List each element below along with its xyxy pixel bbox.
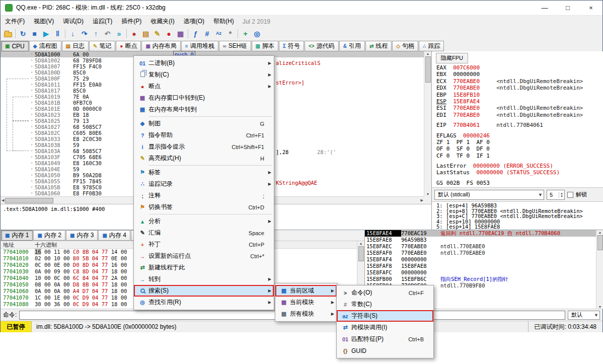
scroll-down-icon[interactable]: ▼ bbox=[426, 192, 430, 196]
register-row[interactable]: EFLAGS 00000246 bbox=[436, 132, 602, 139]
menubar-item-help[interactable]: 帮助(H) bbox=[209, 16, 239, 27]
register-value[interactable]: 15E8FAE4 bbox=[453, 98, 480, 105]
scroll-down-icon[interactable]: ▼ bbox=[598, 305, 602, 309]
argument-row[interactable]: 1: [esp+4] 96A59BB3 bbox=[436, 203, 583, 208]
stop-debug-button[interactable]: ■ bbox=[29, 28, 40, 39]
menu-item-comment[interactable]: ;注释; bbox=[134, 190, 274, 201]
menu-item-guid[interactable]: {}GUID bbox=[337, 345, 433, 356]
register-row[interactable]: EDX 770EABE0 <ntdll.DbgUiRemoteBreakin> bbox=[436, 85, 602, 91]
menu-item-breakpoint[interactable]: ●断点▶ bbox=[134, 81, 274, 92]
menu-item-toggle-bookmark[interactable]: ⚑切换书签Ctrl+D bbox=[134, 201, 274, 213]
execute-till-return-button[interactable]: ↑ bbox=[90, 28, 102, 39]
tab-call-stack[interactable]: ≡调用堆栈 bbox=[181, 41, 218, 51]
menu-item-goto-memory-window[interactable]: ▦在内存窗口中转到(E) bbox=[134, 92, 274, 104]
tab-dump-4[interactable]: ▦内存 4 bbox=[98, 230, 130, 241]
pause-button[interactable]: ‖ bbox=[52, 28, 63, 39]
register-row[interactable]: ESI 770EABE0 <ntdll.DbgUiRemoteBreakin> bbox=[436, 105, 602, 111]
scroll-thumb[interactable] bbox=[597, 235, 603, 250]
memory-map-window-button[interactable]: ▦ bbox=[175, 28, 186, 39]
menu-item-copy[interactable]: 复制(C)▶ bbox=[134, 69, 274, 81]
calling-convention-select[interactable]: 默认 (stdcall) ▼ bbox=[434, 190, 544, 200]
tab-threads[interactable]: ⇄线程 bbox=[365, 41, 392, 51]
open-file-button[interactable] bbox=[2, 28, 14, 39]
settings-button[interactable]: * bbox=[224, 28, 236, 39]
register-row[interactable] bbox=[436, 159, 602, 163]
register-value[interactable]: 00000000 (STATUS_SUCCESS) bbox=[476, 169, 560, 176]
tab-cpu[interactable]: ▣CPU bbox=[1, 41, 29, 51]
register-value[interactable]: 770EABE0 bbox=[453, 78, 480, 85]
tab-log[interactable]: ▤日志 bbox=[62, 41, 89, 51]
command-language-select[interactable]: 默认 ▼ bbox=[568, 311, 600, 320]
register-value[interactable]: 15E8FB10 bbox=[453, 92, 480, 98]
register-value[interactable]: 007C6000 bbox=[453, 64, 480, 71]
log-window-button[interactable]: ▤ bbox=[140, 28, 152, 39]
menu-item-current-region[interactable]: ▦当前区域▶ bbox=[275, 285, 337, 297]
scroll-thumb[interactable] bbox=[5, 198, 53, 203]
menu-item-show-mnemonic-brief[interactable]: i显示指令提示Ctrl+Shift+F1 bbox=[134, 141, 274, 153]
tab-memory-map[interactable]: ▦内存布局 bbox=[141, 41, 180, 51]
menu-item-current-module[interactable]: ▦当前模块▶ bbox=[275, 297, 337, 308]
menu-item-set-new-origin[interactable]: →设置新的运行点Ctrl+* bbox=[134, 250, 274, 262]
stack-vscrollbar[interactable]: ▲ ▼ bbox=[596, 230, 603, 309]
register-row[interactable]: LastStatus 00000000 (STATUS_SUCCESS) bbox=[436, 169, 602, 176]
menu-item-pattern[interactable]: 01匹配特征(P)Ctrl+B bbox=[337, 333, 433, 345]
menu-item-intermodular-calls[interactable]: ⇄跨模块调用(I) bbox=[337, 322, 433, 333]
animate-into-button[interactable]: » bbox=[113, 28, 125, 39]
close-button[interactable]: × bbox=[579, 1, 602, 15]
menubar-item-options[interactable]: 选项(O) bbox=[179, 16, 209, 27]
scroll-up-icon[interactable]: ▲ bbox=[426, 52, 430, 55]
tab-source[interactable]: <>源代码 bbox=[305, 41, 339, 51]
tab-notes[interactable]: ✎笔记 bbox=[89, 41, 115, 51]
stack-row[interactable]: 15E8FAEC770EABE0ntdll.770EABE0 bbox=[365, 243, 603, 250]
tab-symbols[interactable]: Σ符号 bbox=[279, 41, 304, 51]
menubar-item-trace[interactable]: 追踪(T) bbox=[88, 16, 117, 27]
register-row[interactable]: EBP 15E8FB10 bbox=[436, 92, 602, 98]
menu-item-binary[interactable]: 01二进制(B)▶ bbox=[134, 57, 274, 69]
stack-row[interactable]: 15E8FAF400000000 bbox=[365, 256, 603, 263]
register-row[interactable]: EAX 007C6000 bbox=[436, 64, 602, 71]
menubar-item-debug[interactable]: 调试(D) bbox=[58, 16, 88, 27]
menu-item-goto-memory-map[interactable]: ▦在内存布局中转到 bbox=[134, 104, 274, 115]
register-value[interactable]: 00000000 bbox=[453, 71, 480, 78]
restart-button[interactable]: ↻ bbox=[17, 28, 29, 39]
unlock-checkbox[interactable] bbox=[567, 192, 573, 198]
menu-item-string-references[interactable]: az字符串(S) bbox=[337, 310, 433, 322]
register-value[interactable]: 00000000 (ERROR_SUCCESS) bbox=[473, 163, 553, 169]
menu-item-analysis[interactable]: ▲分析▶ bbox=[134, 215, 274, 227]
tab-dump-2[interactable]: ▦内存 2 bbox=[33, 230, 65, 241]
register-row[interactable]: ESP 15E8FAE4 bbox=[436, 98, 602, 105]
menu-item-trace-record[interactable]: ∴追踪记录▶ bbox=[134, 178, 274, 190]
stack-row[interactable]: 15E8FAFC00000000 bbox=[365, 269, 603, 276]
register-row[interactable]: ECX 770EABE0 <ntdll.DbgUiRemoteBreakin> bbox=[436, 78, 602, 85]
tab-breakpoints[interactable]: ●断点 bbox=[116, 41, 141, 51]
tab-script[interactable]: ▥脚本 bbox=[252, 41, 278, 51]
help-search-button[interactable]: ◎ bbox=[251, 28, 263, 39]
step-back-button[interactable]: ↶ bbox=[102, 28, 113, 39]
register-value[interactable]: 770EABE0 bbox=[453, 112, 480, 118]
register-row[interactable]: GS 002B FS 0053 bbox=[436, 180, 602, 186]
scroll-right-icon[interactable]: ▶ bbox=[421, 198, 423, 202]
register-value[interactable]: 770EABE0 bbox=[453, 85, 480, 91]
menu-item-instruction-help[interactable]: ?指令帮助Ctrl+F1 bbox=[134, 129, 274, 141]
tab-handles[interactable]: ◇句柄 bbox=[392, 41, 418, 51]
register-value[interactable]: 770EABE0 bbox=[453, 105, 480, 111]
breakpoints-window-button[interactable]: ● bbox=[163, 28, 175, 39]
menu-item-patch[interactable]: +补丁Ctrl+P bbox=[134, 239, 274, 250]
tab-trace-view[interactable]: ∴跟踪 bbox=[419, 41, 444, 51]
register-row[interactable]: EDI 770EABE0 <ntdll.DbgUiRemoteBreakin> bbox=[436, 112, 602, 118]
register-row[interactable]: ZF 1 PF 1 AF 0 bbox=[436, 139, 602, 145]
menu-item-highlight-mode[interactable]: ✎高亮模式(H)H bbox=[134, 153, 274, 164]
functions-button[interactable]: ƒ bbox=[190, 28, 201, 39]
menu-item-constant[interactable]: #常数(C) bbox=[337, 299, 433, 310]
stack-row[interactable]: 15E8FAE896A59BB3 bbox=[365, 237, 603, 243]
menubar-item-view[interactable]: 视图(V) bbox=[29, 16, 58, 27]
menubar-item-favourites[interactable]: 收藏夹(I) bbox=[146, 16, 179, 27]
menu-item-new-thread-here[interactable]: ⇄新建线程于此 bbox=[134, 262, 274, 273]
tab-graph[interactable]: ◆流程图 bbox=[29, 41, 61, 51]
tab-seh[interactable]: ∞SEH链 bbox=[219, 41, 251, 51]
hide-fpu-button[interactable]: 隐藏FPU bbox=[436, 53, 468, 63]
string-search-button[interactable]: Az bbox=[213, 28, 224, 39]
stack-row[interactable]: 15E8FAF815E8FAE8 bbox=[365, 263, 603, 269]
register-value[interactable]: 770B4061 bbox=[453, 122, 480, 128]
menubar-item-plugins[interactable]: 插件(P) bbox=[117, 16, 146, 27]
